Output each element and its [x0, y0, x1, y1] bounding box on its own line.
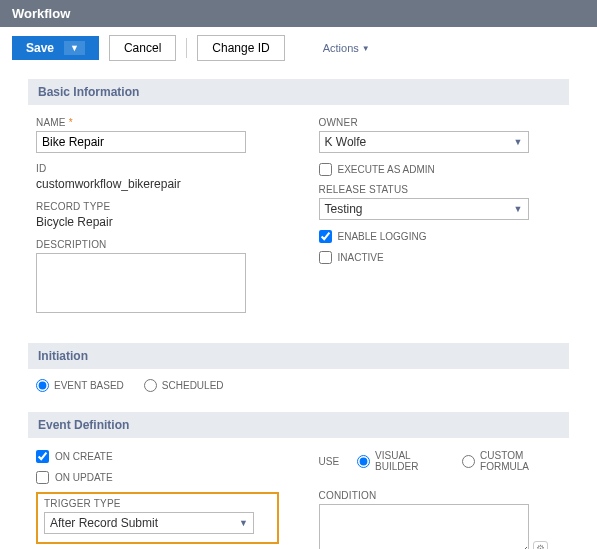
- inactive-checkbox[interactable]: [319, 251, 332, 264]
- on-update-checkbox[interactable]: [36, 471, 49, 484]
- trigger-type-select[interactable]: After Record Submit ▼: [44, 512, 254, 534]
- actions-label: Actions: [323, 42, 359, 54]
- event-based-option[interactable]: EVENT BASED: [36, 379, 124, 392]
- event-def-body: ON CREATE ON UPDATE TRIGGER TYPE After R…: [28, 438, 569, 549]
- on-create-checkbox[interactable]: [36, 450, 49, 463]
- page-title: Workflow: [12, 6, 70, 21]
- change-id-button[interactable]: Change ID: [197, 35, 284, 61]
- caret-down-icon: ▼: [362, 44, 370, 53]
- enable-logging-label: ENABLE LOGGING: [338, 231, 427, 242]
- inactive-label: INACTIVE: [338, 252, 384, 263]
- id-label: ID: [36, 163, 279, 174]
- save-dropdown-caret[interactable]: ▼: [64, 41, 85, 55]
- save-button[interactable]: Save ▼: [12, 36, 99, 60]
- actions-menu[interactable]: Actions ▼: [323, 42, 370, 54]
- use-label: USE: [319, 456, 340, 467]
- page-header: Workflow: [0, 0, 597, 27]
- record-type-label: RECORD TYPE: [36, 201, 279, 212]
- on-update-label: ON UPDATE: [55, 472, 113, 483]
- section-initiation: Initiation: [28, 343, 569, 369]
- custom-formula-radio[interactable]: [462, 455, 475, 468]
- owner-value: K Wolfe: [325, 135, 367, 149]
- section-event-def: Event Definition: [28, 412, 569, 438]
- exec-as-admin-checkbox[interactable]: [319, 163, 332, 176]
- section-basic-info: Basic Information: [28, 79, 569, 105]
- toolbar-divider: [186, 38, 187, 58]
- chevron-down-icon: ▼: [514, 137, 523, 147]
- save-label: Save: [26, 41, 54, 55]
- name-input[interactable]: [36, 131, 246, 153]
- release-status-value: Testing: [325, 202, 363, 216]
- scheduled-option[interactable]: SCHEDULED: [144, 379, 224, 392]
- trigger-type-value: After Record Submit: [50, 516, 158, 530]
- visual-builder-option[interactable]: VISUAL BUILDER: [357, 450, 444, 472]
- basic-info-body: NAME * ID customworkflow_bikerepair RECO…: [28, 105, 569, 333]
- description-textarea[interactable]: [36, 253, 246, 313]
- chevron-down-icon: ▼: [239, 518, 248, 528]
- owner-label: OWNER: [319, 117, 562, 128]
- release-status-label: RELEASE STATUS: [319, 184, 562, 195]
- trigger-type-highlight: TRIGGER TYPE After Record Submit ▼: [36, 492, 279, 544]
- chevron-down-icon: ▼: [514, 204, 523, 214]
- event-based-radio[interactable]: [36, 379, 49, 392]
- condition-textarea[interactable]: [319, 504, 529, 549]
- visual-builder-radio[interactable]: [357, 455, 370, 468]
- gear-icon[interactable]: ⚙: [533, 541, 548, 549]
- record-type-value: Bicycle Repair: [36, 215, 279, 229]
- on-create-label: ON CREATE: [55, 451, 113, 462]
- name-label: NAME *: [36, 117, 279, 128]
- enable-logging-checkbox[interactable]: [319, 230, 332, 243]
- exec-as-admin-label: EXECUTE AS ADMIN: [338, 164, 435, 175]
- scheduled-radio[interactable]: [144, 379, 157, 392]
- owner-select[interactable]: K Wolfe ▼: [319, 131, 529, 153]
- trigger-type-label: TRIGGER TYPE: [44, 498, 271, 509]
- initiation-body: EVENT BASED SCHEDULED: [28, 369, 569, 402]
- toolbar: Save ▼ Cancel Change ID Actions ▼: [0, 27, 597, 69]
- release-status-select[interactable]: Testing ▼: [319, 198, 529, 220]
- description-label: DESCRIPTION: [36, 239, 279, 250]
- custom-formula-option[interactable]: CUSTOM FORMULA: [462, 450, 561, 472]
- id-value: customworkflow_bikerepair: [36, 177, 279, 191]
- condition-label: CONDITION: [319, 490, 562, 501]
- cancel-button[interactable]: Cancel: [109, 35, 176, 61]
